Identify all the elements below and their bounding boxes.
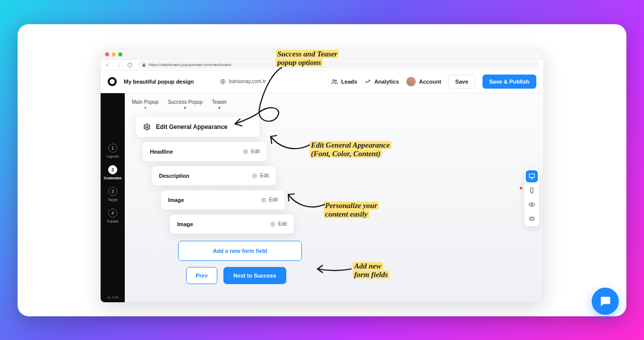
prev-button[interactable]: Prev [186,267,217,284]
analytics-icon [364,78,371,85]
gear-icon [252,173,258,179]
status-dot-icon [144,107,146,109]
save-button[interactable]: Save [448,75,475,89]
svg-point-3 [146,126,148,128]
popup-tabs: Main Popup Success Popup Teaser [132,99,543,109]
preview-mobile-button[interactable] [526,184,538,196]
annotation-add-fields: Add new form fields [353,262,389,280]
screenshot-frame: https://dashboard.popupsmart.com/dashboa… [18,24,626,316]
annotation-tabs: Success and Teaser popup options [276,50,339,67]
field-image-1[interactable]: Image Edit [161,190,285,210]
traffic-light-zoom[interactable] [118,52,122,56]
tab-main-popup[interactable]: Main Popup [132,99,158,109]
logo-icon[interactable] [108,77,117,86]
project-title: My beautiful popup design [124,79,194,85]
tab-success-popup[interactable]: Success Popup [168,99,203,109]
field-image-2[interactable]: Image Edit [170,215,294,234]
status-dot-icon [218,107,220,109]
gear-icon [261,197,267,203]
rail-step-publish[interactable]: 4 Publish [107,209,119,223]
app-toolbar: My beautiful popup design barisonay.com.… [101,71,543,93]
svg-point-4 [245,151,247,152]
back-icon[interactable] [105,62,111,68]
edit-button[interactable]: Edit [270,221,287,227]
bug-icon [528,215,535,222]
mobile-icon [528,187,535,194]
arrow-icon [284,190,327,213]
svg-point-11 [530,217,533,220]
svg-point-5 [254,175,256,176]
edit-button[interactable]: Edit [243,149,260,155]
svg-point-7 [272,223,274,225]
svg-point-10 [531,203,533,205]
svg-point-2 [335,80,337,81]
eye-icon [528,201,535,208]
tab-teaser[interactable]: Teaser [212,99,227,109]
status-dot-icon [520,187,522,189]
chat-icon [599,295,612,308]
users-icon [331,78,338,85]
desktop-icon [528,173,535,180]
lock-icon [142,63,146,67]
traffic-light-close[interactable] [105,52,109,56]
preview-toolbar [524,169,539,226]
annotation-personalize: Personalize your content easily [324,201,379,219]
traffic-light-minimize[interactable] [112,52,116,56]
forward-icon[interactable] [116,62,122,68]
next-button[interactable]: Next to Success [223,267,286,284]
save-publish-button[interactable]: Save & Publish [482,75,536,89]
nav-account[interactable]: Account [406,77,441,87]
url-text: https://dashboard.popupsmart.com/dashboa… [149,62,231,67]
field-headline[interactable]: Headline Edit [143,142,267,161]
add-form-field-button[interactable]: Add a new form field [178,241,302,261]
arrow-icon [267,132,312,155]
gear-icon [243,149,249,155]
step-rail: 1 Layouts 2 Customize 3 Target 4 Publish… [101,93,125,302]
version-label: v1.4.00 [107,296,119,299]
nav-analytics[interactable]: Analytics [364,78,399,85]
preview-visibility-button[interactable] [526,198,538,211]
field-description[interactable]: Description Edit [152,166,276,185]
reload-icon[interactable] [127,62,133,68]
gear-icon [143,123,151,131]
gear-icon [270,221,276,227]
edit-button[interactable]: Edit [261,197,278,203]
nav-leads[interactable]: Leads [331,78,357,85]
help-chat-button[interactable] [592,288,619,315]
arrow-icon [229,64,284,130]
edit-button[interactable]: Edit [252,173,269,179]
preview-debug-button[interactable] [526,213,538,225]
svg-point-6 [263,199,265,200]
rail-step-customize[interactable]: 2 Customize [104,165,121,180]
svg-point-1 [333,79,335,81]
arrow-icon [313,263,354,275]
status-dot-icon [184,107,186,109]
preview-desktop-button[interactable] [526,170,538,182]
annotation-appearance: Edit General Appearance (Font, Color, Co… [309,141,391,159]
svg-rect-8 [529,174,535,177]
avatar-icon [406,77,416,87]
globe-icon [220,79,226,85]
rail-step-layouts[interactable]: 1 Layouts [107,144,119,158]
rail-step-target[interactable]: 3 Target [108,187,117,201]
